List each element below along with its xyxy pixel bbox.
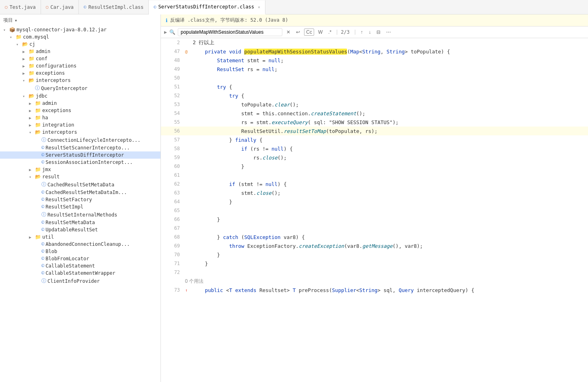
tree-item-label: CachedResultSetMetaData	[47, 182, 114, 188]
line-number: 50	[161, 74, 183, 82]
line-number: 68	[161, 233, 183, 241]
tree-item[interactable]: ▶📁admin	[0, 100, 160, 107]
undo-search-button[interactable]: ↩	[294, 29, 302, 36]
code-content: if (stmt != null) {	[189, 180, 588, 188]
more-options-button[interactable]: ⋯	[384, 29, 393, 36]
tree-item[interactable]: ©ResultSetScannerIntercepto...	[0, 144, 160, 151]
tree-item[interactable]: ▾📦mysql-connector-java-8.0.12.jar	[0, 26, 160, 33]
tree-item[interactable]: ©UpdatableResultSet	[0, 226, 160, 233]
tree-item[interactable]: ⒾQueryInterceptor	[0, 84, 160, 92]
tree-item[interactable]: ⒾClientInfoProvider	[0, 277, 160, 285]
tree-item-label: UpdatableResultSet	[45, 227, 98, 233]
tree-item[interactable]: ▾📂jdbc	[0, 92, 160, 100]
tree-item[interactable]: ©SessionAssociationIntercept...	[0, 159, 160, 166]
tree-item[interactable]: ⒾResultSetInternalMethods	[0, 210, 160, 219]
line-number: 63	[161, 188, 183, 197]
code-content: }	[189, 259, 588, 268]
code-content: } finally {	[189, 135, 588, 144]
class-icon: ©	[41, 249, 44, 254]
search-input[interactable]	[178, 28, 282, 36]
project-header[interactable]: 项目 ▾	[0, 14, 160, 26]
tree-item[interactable]: ⒾCachedResultSetMetaData	[0, 180, 160, 189]
tree-item[interactable]: ©CachedResultSetMetaDataIm...	[0, 189, 160, 196]
case-sensitive-button[interactable]: Cc	[304, 29, 314, 36]
tree-item[interactable]: ©ResultSetImpl	[0, 203, 160, 210]
tree-item[interactable]: ⒾConnectionLifecycleIntercepto...	[0, 136, 160, 144]
tree-item[interactable]: ▾📂interceptors	[0, 77, 160, 84]
line-marker	[183, 135, 189, 144]
tree-item[interactable]: ©AbandonedConnectionCleanup...	[0, 241, 160, 248]
expand-icon[interactable]: ▶	[164, 29, 167, 35]
tab-serverstatusdiff[interactable]: © ServerStatusDiffInterceptor.class ✕	[149, 0, 265, 14]
tree-item[interactable]: ©BlobFromLocator	[0, 255, 160, 262]
filter-results-button[interactable]: ⊟	[375, 29, 382, 36]
word-button[interactable]: W	[317, 29, 324, 36]
tree-item[interactable]: ©CallableStatementWrapper	[0, 270, 160, 277]
tree-item[interactable]: ▶📁conf	[0, 55, 160, 62]
tree-item[interactable]: ▶📁util	[0, 233, 160, 241]
line-number: 73	[161, 286, 183, 294]
line-marker	[183, 144, 189, 153]
folder-icon: 📁	[29, 56, 35, 61]
tree-item[interactable]: ▶📁jmx	[0, 166, 160, 173]
tree-arrow-icon: ▶	[29, 123, 34, 127]
folder-icon: 📁	[35, 167, 41, 172]
tree-item[interactable]: ▾📂cj	[0, 41, 160, 48]
tree-item[interactable]: ▶📁admin	[0, 48, 160, 55]
line-number: 60	[161, 162, 183, 171]
code-content	[189, 206, 588, 215]
tree-item[interactable]: ▾📁com.mysql	[0, 33, 160, 41]
tree-item[interactable]: ▶📁integration	[0, 121, 160, 129]
jar-icon: 📦	[9, 27, 15, 33]
folder-icon: 📂	[22, 41, 28, 47]
class-icon: ©	[154, 4, 156, 10]
tree-item[interactable]: ▶📁exceptions	[0, 107, 160, 114]
prev-result-button[interactable]: ↑	[359, 29, 364, 36]
tree-item[interactable]: ▶📁exceptions	[0, 69, 160, 77]
tab-test-java[interactable]: ○ Test.java	[0, 0, 41, 14]
regex-button[interactable]: .*	[327, 29, 333, 36]
project-label: 项目	[3, 17, 13, 24]
class-icon: ©	[41, 227, 44, 233]
line-number: 61	[161, 171, 183, 180]
line-marker	[183, 162, 189, 171]
close-icon[interactable]: ✕	[258, 5, 260, 9]
code-editor[interactable]: 22 行以上47@ private void populateMapWithSe…	[161, 38, 588, 382]
tree-item[interactable]: ▶📁configurations	[0, 62, 160, 69]
line-marker	[183, 224, 189, 233]
tree-item-label: result	[42, 174, 60, 180]
line-marker	[183, 65, 189, 74]
code-content: }	[189, 215, 588, 224]
line-marker	[183, 215, 189, 224]
class-icon: ©	[41, 204, 44, 210]
line-marker	[183, 91, 189, 100]
tree-item[interactable]: ▶📁ha	[0, 114, 160, 121]
line-number: 58	[161, 144, 183, 153]
tree-item[interactable]: ▾📂interceptors	[0, 129, 160, 136]
tree-item[interactable]: ©ResultSetMetaData	[0, 219, 160, 226]
tree-arrow-icon: ▶	[29, 108, 34, 113]
class-icon: ©	[41, 197, 44, 202]
tree-item-label: com.mysql	[23, 34, 49, 40]
code-content	[189, 268, 588, 277]
line-number: 51	[161, 82, 183, 91]
code-content: }	[189, 162, 588, 171]
tree-item[interactable]: ©CallableStatement	[0, 262, 160, 270]
tree-item[interactable]: ©ServerStatusDiffInterceptor	[0, 151, 160, 159]
code-content: stmt = this.connection.createStatement()…	[189, 109, 588, 118]
code-content: Statement stmt = null;	[189, 56, 588, 65]
tab-resultsetimpl[interactable]: © ResultSetImpl.class	[79, 0, 149, 14]
code-content: rs.close();	[189, 153, 588, 162]
tree-item-label: exceptions	[42, 108, 71, 113]
tree-item[interactable]: ©Blob	[0, 248, 160, 255]
tree-item[interactable]: ©ResultSetFactory	[0, 196, 160, 203]
next-result-button[interactable]: ↓	[367, 29, 372, 36]
search-icon: 🔍	[169, 29, 175, 35]
tree-item[interactable]: ▾📂result	[0, 173, 160, 180]
line-marker	[183, 197, 189, 206]
tree-item-label: ResultSetMetaData	[45, 220, 95, 225]
tab-car-java[interactable]: ○ Car.java	[41, 0, 79, 14]
line-marker	[183, 74, 189, 82]
code-row: 64 }	[161, 197, 588, 206]
clear-search-button[interactable]: ✕	[285, 29, 292, 36]
